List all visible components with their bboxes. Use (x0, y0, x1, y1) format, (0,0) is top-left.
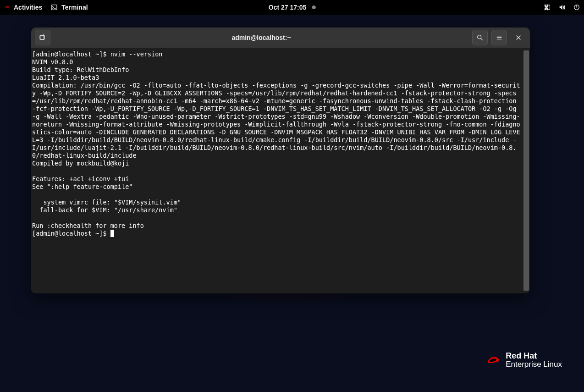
terminal-body[interactable]: [admin@localhost ~]$ nvim --version NVIM… (31, 48, 530, 293)
network-icon (544, 4, 551, 11)
clock-label: Oct 27 17:05 (269, 4, 307, 11)
gnome-topbar: Activities Terminal Oct 27 17:05 (0, 0, 584, 15)
close-button[interactable] (511, 30, 526, 45)
hamburger-icon (496, 34, 503, 41)
current-app-label: Terminal (61, 4, 88, 11)
power-icon (573, 4, 580, 11)
terminal-icon (50, 4, 58, 11)
svg-rect-0 (51, 5, 57, 10)
redhat-icon (4, 4, 10, 11)
rhel-branding: Red Hat Enterprise Linux (485, 352, 562, 369)
terminal-scrollbar[interactable] (523, 50, 529, 291)
volume-icon (558, 4, 566, 11)
window-title: admin@localhost:~ (54, 34, 468, 41)
svg-line-14 (481, 39, 482, 40)
terminal-text: [admin@localhost ~]$ nvim --version NVIM… (32, 50, 520, 237)
close-icon (515, 34, 522, 41)
brand-line-2: Enterprise Linux (506, 360, 562, 369)
terminal-output[interactable]: [admin@localhost ~]$ nvim --version NVIM… (32, 50, 523, 291)
new-tab-button[interactable] (35, 30, 50, 45)
menu-button[interactable] (491, 30, 507, 45)
current-app-indicator[interactable]: Terminal (50, 4, 88, 11)
activities-label: Activities (14, 4, 42, 11)
activities-button[interactable]: Activities (4, 4, 42, 11)
scrollbar-thumb[interactable] (523, 50, 529, 291)
clock-button[interactable]: Oct 27 17:05 (269, 4, 316, 11)
window-titlebar[interactable]: admin@localhost:~ (31, 28, 530, 48)
terminal-cursor (110, 230, 114, 237)
notification-dot-icon (312, 6, 315, 9)
brand-line-1: Red Hat (506, 352, 562, 361)
svg-point-13 (478, 35, 481, 39)
new-tab-icon (39, 34, 46, 41)
terminal-window: admin@localhost:~ [admin@localhost ~]$ n… (31, 28, 530, 293)
search-button[interactable] (472, 30, 488, 45)
system-status-area[interactable] (544, 4, 580, 11)
search-icon (476, 34, 484, 41)
redhat-logo-icon (485, 354, 500, 366)
